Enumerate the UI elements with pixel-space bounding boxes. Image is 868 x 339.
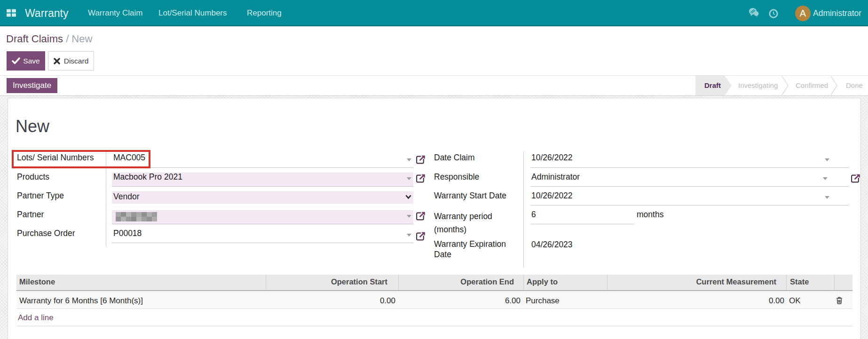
svg-text:Investigating: Investigating — [738, 81, 778, 89]
svg-text:Confirmed: Confirmed — [796, 81, 828, 89]
svg-text:Done: Done — [846, 81, 863, 89]
svg-text:Draft: Draft — [704, 81, 721, 89]
